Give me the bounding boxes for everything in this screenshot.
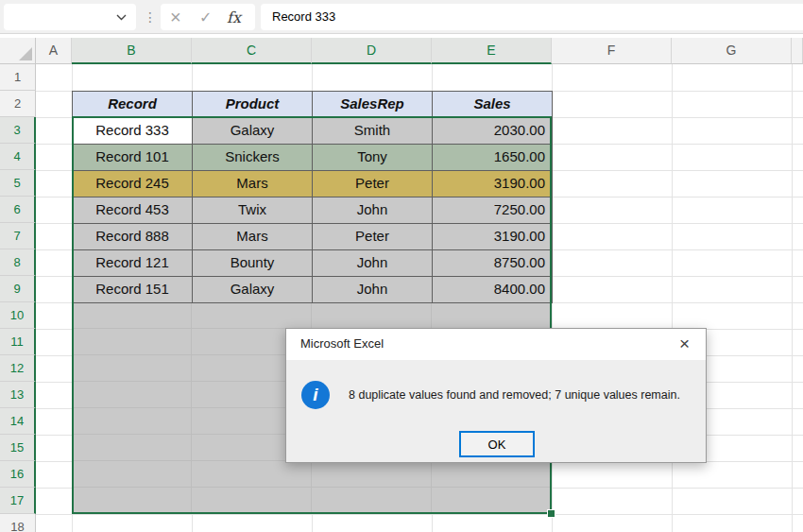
row-header-14[interactable]: 14 bbox=[0, 408, 36, 435]
info-icon-glyph: i bbox=[313, 385, 317, 404]
table-row: Record 333GalaxySmith2030.00 bbox=[73, 118, 553, 145]
cell-E3[interactable]: 2030.00 bbox=[433, 118, 553, 145]
header-cell-Record[interactable]: Record bbox=[73, 92, 193, 118]
cell-C7[interactable]: Mars bbox=[193, 224, 313, 250]
name-box-dropdown-icon[interactable] bbox=[116, 14, 127, 21]
column-header-G[interactable]: G bbox=[672, 38, 792, 64]
data-table: RecordProductSalesRepSalesRecord 333Gala… bbox=[72, 91, 553, 303]
cell-C5[interactable]: Mars bbox=[193, 171, 313, 197]
column-header-A[interactable]: A bbox=[36, 38, 72, 64]
dialog-title-bar: Microsoft Excel × bbox=[286, 329, 706, 360]
column-header-partial[interactable] bbox=[792, 38, 803, 64]
formula-input[interactable]: Record 333 bbox=[261, 4, 803, 30]
row-header-5[interactable]: 5 bbox=[0, 170, 36, 197]
table-row: Record 121BountyJohn8750.00 bbox=[73, 250, 553, 277]
cell-B9[interactable]: Record 151 bbox=[73, 277, 193, 303]
cell-C6[interactable]: Twix bbox=[193, 197, 313, 224]
row-header-4[interactable]: 4 bbox=[0, 144, 36, 170]
header-cell-SalesRep[interactable]: SalesRep bbox=[313, 92, 433, 118]
column-header-D[interactable]: D bbox=[312, 38, 432, 64]
table-row: Record 453TwixJohn7250.00 bbox=[73, 197, 553, 224]
cell-C4[interactable]: Snickers bbox=[193, 145, 313, 171]
table-row: Record 888MarsPeter3190.00 bbox=[73, 224, 553, 250]
gridline bbox=[36, 514, 803, 515]
cell-E6[interactable]: 7250.00 bbox=[433, 197, 553, 224]
formula-bar-strip: ⋮ × ✓ fx Record 333 bbox=[0, 0, 803, 34]
cell-E7[interactable]: 3190.00 bbox=[433, 224, 553, 250]
row-header-2[interactable]: 2 bbox=[0, 91, 36, 117]
cell-E9[interactable]: 8400.00 bbox=[433, 277, 553, 303]
excel-window: ⋮ × ✓ fx Record 333 ABCDEFG 123456789101… bbox=[0, 0, 803, 532]
cell-D7[interactable]: Peter bbox=[313, 224, 433, 250]
confirm-icon[interactable]: ✓ bbox=[199, 7, 212, 29]
row-header-1[interactable]: 1 bbox=[0, 64, 36, 91]
dialog-body: i 8 duplicate values found and removed; … bbox=[286, 360, 706, 462]
cell-B4[interactable]: Record 101 bbox=[73, 145, 193, 171]
row-header-9[interactable]: 9 bbox=[0, 276, 36, 302]
cell-B7[interactable]: Record 888 bbox=[73, 224, 193, 250]
cell-D4[interactable]: Tony bbox=[313, 145, 433, 171]
row-header-17[interactable]: 17 bbox=[0, 488, 36, 514]
row-header-3[interactable]: 3 bbox=[0, 117, 36, 144]
row-header-13[interactable]: 13 bbox=[0, 382, 36, 408]
cell-C3[interactable]: Galaxy bbox=[193, 118, 313, 145]
row-header-15[interactable]: 15 bbox=[0, 435, 36, 461]
column-header-E[interactable]: E bbox=[432, 38, 552, 64]
cell-B8[interactable]: Record 121 bbox=[73, 250, 193, 277]
header-cell-Product[interactable]: Product bbox=[193, 92, 313, 118]
header-cell-Sales[interactable]: Sales bbox=[433, 92, 553, 118]
cell-D9[interactable]: John bbox=[313, 277, 433, 303]
select-all-button[interactable] bbox=[0, 38, 36, 64]
row-header-12[interactable]: 12 bbox=[0, 355, 36, 382]
column-header-B[interactable]: B bbox=[72, 38, 192, 64]
cell-D8[interactable]: John bbox=[313, 250, 433, 277]
table-row: Record 245MarsPeter3190.00 bbox=[73, 171, 553, 197]
row-header-10[interactable]: 10 bbox=[0, 302, 36, 329]
cell-D6[interactable]: John bbox=[313, 197, 433, 224]
cell-E4[interactable]: 1650.00 bbox=[433, 145, 553, 171]
dialog-title: Microsoft Excel bbox=[300, 336, 384, 351]
excel-alert-dialog: Microsoft Excel × i 8 duplicate values f… bbox=[285, 328, 707, 463]
row-header-18[interactable]: 18 bbox=[0, 514, 36, 532]
column-header-F[interactable]: F bbox=[552, 38, 672, 64]
fill-handle[interactable] bbox=[547, 509, 555, 518]
table-row: Record 151GalaxyJohn8400.00 bbox=[73, 277, 553, 303]
cell-E8[interactable]: 8750.00 bbox=[433, 250, 553, 277]
dialog-message: 8 duplicate values found and removed; 7 … bbox=[349, 388, 680, 402]
formula-bar-resize-dots-icon: ⋮ bbox=[144, 8, 157, 26]
select-all-triangle-icon bbox=[19, 47, 32, 60]
close-icon: × bbox=[679, 334, 690, 353]
dialog-close-button[interactable]: × bbox=[663, 329, 706, 359]
row-header-16[interactable]: 16 bbox=[0, 461, 36, 488]
cell-D3[interactable]: Smith bbox=[313, 118, 433, 145]
ok-button[interactable]: OK bbox=[459, 431, 535, 457]
row-header-7[interactable]: 7 bbox=[0, 223, 36, 249]
cell-B5[interactable]: Record 245 bbox=[73, 171, 193, 197]
cell-C8[interactable]: Bounty bbox=[193, 250, 313, 277]
cell-D5[interactable]: Peter bbox=[313, 171, 433, 197]
column-header-C[interactable]: C bbox=[192, 38, 312, 64]
cell-C9[interactable]: Galaxy bbox=[193, 277, 313, 303]
name-box[interactable] bbox=[4, 4, 136, 30]
formula-value: Record 333 bbox=[272, 9, 335, 24]
cell-E5[interactable]: 3190.00 bbox=[433, 171, 553, 197]
cancel-icon[interactable]: × bbox=[170, 5, 181, 29]
info-icon: i bbox=[301, 381, 330, 409]
table-header-row: RecordProductSalesRepSales bbox=[73, 92, 553, 118]
cell-B3[interactable]: Record 333 bbox=[73, 118, 193, 145]
row-header-11[interactable]: 11 bbox=[0, 329, 36, 355]
row-header-6[interactable]: 6 bbox=[0, 197, 36, 223]
insert-function-icon[interactable]: fx bbox=[227, 7, 241, 29]
cell-B6[interactable]: Record 453 bbox=[73, 197, 193, 224]
formula-buttons: × ✓ fx bbox=[161, 4, 255, 30]
row-header-8[interactable]: 8 bbox=[0, 249, 36, 276]
table-row: Record 101SnickersTony1650.00 bbox=[73, 145, 553, 171]
